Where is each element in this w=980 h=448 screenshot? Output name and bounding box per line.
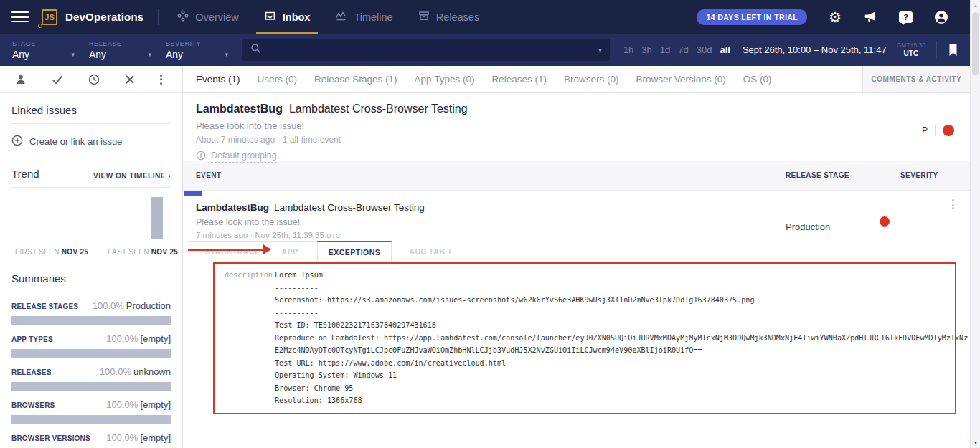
tab-events[interactable]: Events (1) — [196, 74, 240, 85]
project-name[interactable]: DevOperations — [65, 11, 143, 23]
severity-filter-label: SEVERITY — [166, 40, 228, 47]
summary-bar[interactable] — [11, 382, 171, 391]
event-error-class: LambdatestBug — [196, 202, 269, 213]
timezone-toggle[interactable]: GMT+5:30 UTC — [897, 42, 925, 58]
divider — [935, 125, 936, 136]
topbar-actions: 14 DAYS LEFT IN TRIAL ⚙ ? — [697, 9, 948, 25]
trend-bar — [151, 197, 163, 239]
description-row: description Lorem Ipsum — [225, 269, 972, 282]
meta-separator: · — [250, 231, 253, 239]
linked-issues-heading: Linked issues — [11, 104, 171, 116]
event-message: Please look into the issue! — [196, 217, 300, 227]
nav-item-inbox[interactable]: Inbox — [264, 0, 311, 34]
summary-label: RELEASE STAGES — [11, 302, 78, 310]
divider — [11, 292, 171, 292]
stage-filter-dropdown[interactable]: STAGE Any ▾ — [12, 40, 75, 60]
snooze-clock-icon[interactable] — [88, 74, 100, 85]
tab-browsers[interactable]: Browsers (0) — [564, 74, 619, 85]
column-header-release-stage[interactable]: RELEASE STAGE — [786, 171, 900, 179]
time-range-selector: 1h 3h 1d 7d 30d all — [623, 44, 730, 55]
vertical-scrollbar[interactable]: ▲ ▼ — [970, 0, 980, 448]
scroll-down-icon[interactable]: ▼ — [971, 440, 980, 445]
detail-tab-exceptions[interactable]: EXCEPTIONS — [317, 241, 392, 262]
description-line-test-id: Test ID: TES1002232171637840297431618 — [275, 319, 972, 332]
exception-description-block: description Lorem Ipsum ---------- Scree… — [225, 269, 972, 407]
date-range-display[interactable]: Sept 26th, 10:00 – Nov 25th, 11:47 — [743, 44, 887, 55]
summary-percent: 100.0% — [106, 432, 138, 443]
settings-gear-icon[interactable]: ⚙ — [829, 10, 842, 24]
announcements-megaphone-icon[interactable] — [863, 11, 877, 24]
summary-bar[interactable] — [11, 415, 171, 424]
summary-percent: 100.0% — [106, 399, 138, 410]
time-range-30d[interactable]: 30d — [697, 44, 712, 55]
tab-os[interactable]: OS (0) — [743, 74, 772, 85]
description-line-resolution: Resolution: 1366x768 — [275, 394, 972, 407]
default-grouping-control[interactable]: Default grouping — [196, 151, 980, 163]
summary-label: RELEASES — [11, 368, 52, 376]
create-or-link-issue-button[interactable]: Create or link an issue — [11, 135, 171, 148]
event-row[interactable]: LambdatestBugLambdatest Cross-Browser Te… — [183, 191, 980, 424]
summary-bar[interactable] — [11, 349, 171, 358]
event-meta: 7 minutes ago · Nov 25th, 11:39:35 UTC — [196, 231, 341, 239]
assign-user-icon[interactable] — [15, 74, 27, 85]
comments-activity-button[interactable]: COMMENTS & ACTIVITY — [862, 66, 980, 92]
tab-app-types[interactable]: App Types (0) — [415, 74, 475, 85]
detail-tab-add-tab[interactable]: ADD TAB + — [409, 247, 452, 256]
nav-item-overview[interactable]: Overview — [177, 0, 238, 34]
search-dropdown-caret-icon[interactable]: ▾ — [598, 47, 602, 54]
summary-bar[interactable] — [11, 316, 171, 325]
search-icon — [250, 43, 261, 57]
issue-message: Please look into the issue! — [196, 120, 980, 131]
release-filter-dropdown[interactable]: RELEASE Any ▾ — [89, 40, 151, 60]
timeline-icon — [335, 10, 347, 24]
summary-value: [empty] — [140, 333, 171, 344]
search-input[interactable] — [268, 44, 598, 55]
stage-filter-label: STAGE — [12, 40, 75, 47]
help-icon[interactable]: ? — [899, 11, 913, 23]
detail-tab-app[interactable]: APP — [282, 247, 298, 256]
severity-filter-dropdown[interactable]: SEVERITY Any ▾ — [166, 40, 228, 60]
release-filter-value: Any — [89, 49, 106, 60]
scrollbar-thumb[interactable] — [972, 12, 979, 75]
tab-browser-versions[interactable]: Browser Versions (0) — [636, 74, 725, 85]
description-line-screenshot: Screenshot: https://s3.amazonaws.com/iss… — [275, 294, 972, 307]
time-range-3h[interactable]: 3h — [641, 44, 651, 55]
release-filter-label: RELEASE — [89, 40, 151, 47]
hamburger-menu-icon[interactable] — [11, 11, 29, 23]
summary-percent: 100.0% — [106, 333, 138, 344]
create-or-link-issue-label: Create or link an issue — [29, 136, 122, 147]
view-on-timeline-link[interactable]: VIEW ON TIMELINE › — [93, 172, 171, 180]
account-icon[interactable] — [934, 10, 948, 24]
nav-item-releases[interactable]: Releases — [418, 0, 479, 34]
event-title: Lambdatest Cross-Browser Testing — [274, 202, 425, 213]
tab-release-stages[interactable]: Release Stages (1) — [314, 74, 397, 85]
event-severity-dot[interactable] — [880, 216, 890, 227]
time-range-1h[interactable]: 1h — [623, 44, 633, 55]
tab-users[interactable]: Users (0) — [258, 74, 298, 85]
bookmark-icon[interactable] — [948, 44, 958, 57]
pivot-tabs-bar: Events (1) Users (0) Release Stages (1) … — [183, 66, 980, 93]
event-more-options-icon[interactable] — [952, 199, 954, 209]
tab-releases[interactable]: Releases (1) — [491, 74, 547, 85]
description-line: ---------- — [275, 307, 972, 320]
resolve-check-icon[interactable] — [52, 75, 63, 85]
time-range-7d[interactable]: 7d — [678, 44, 688, 55]
scroll-up-icon[interactable]: ▲ — [971, 3, 980, 8]
trial-badge[interactable]: 14 DAYS LEFT IN TRIAL — [697, 9, 807, 25]
summary-row-browsers: BROWSERS 100.0%[empty] — [11, 399, 171, 424]
nav-item-timeline[interactable]: Timeline — [335, 0, 392, 34]
app-logo[interactable]: JS — [42, 9, 57, 25]
timezone-current: UTC — [897, 49, 925, 59]
severity-dot[interactable] — [943, 125, 954, 136]
more-options-icon[interactable] — [160, 75, 162, 85]
issue-detail-panel: Events (1) Users (0) Release Stages (1) … — [183, 66, 980, 448]
column-header-severity[interactable]: SEVERITY — [900, 171, 980, 179]
search-box[interactable]: ▾ — [242, 39, 610, 61]
description-line-test-url: Test URL: https://www.adobe.com/in/creat… — [275, 357, 972, 370]
time-range-1d[interactable]: 1d — [660, 44, 670, 55]
discard-x-icon[interactable] — [125, 75, 135, 85]
column-header-event[interactable]: EVENT — [183, 171, 786, 179]
chevron-down-icon: ▾ — [225, 51, 228, 58]
time-range-all[interactable]: all — [720, 44, 730, 55]
first-seen-value: NOV 25 — [62, 248, 88, 256]
